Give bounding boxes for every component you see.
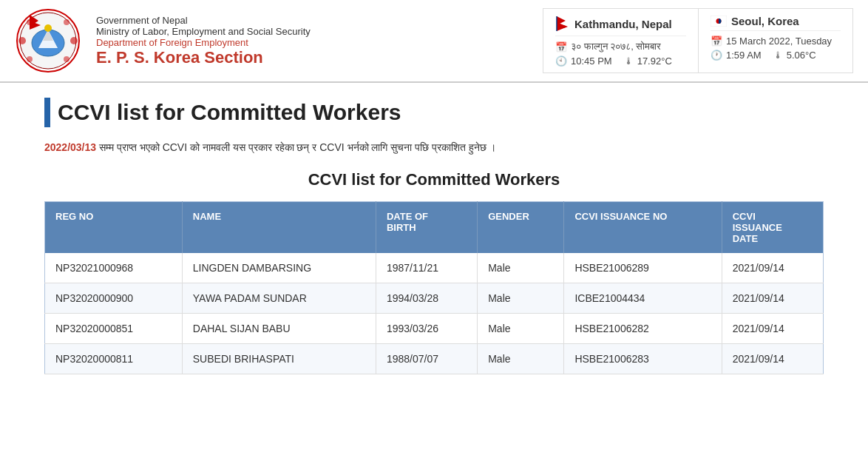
ccvi-table: REG NO NAME DATE OFBIRTH GENDER CCVI ISS… bbox=[44, 201, 824, 374]
cell-3-3: Male bbox=[478, 344, 564, 374]
subtitle-date: 2022/03/13 bbox=[44, 141, 96, 153]
svg-point-5 bbox=[44, 24, 52, 32]
weather-section: Kathmandu, Nepal 📅 ३० फाल्गुन २०७८, सोमब… bbox=[543, 8, 853, 73]
seoul-city: Seoul, Korea bbox=[711, 15, 841, 31]
cell-0-3: Male bbox=[478, 253, 564, 283]
kathmandu-date: ३० फाल्गुन २०७८, सोमबार bbox=[571, 41, 661, 53]
cell-0-4: HSBE21006289 bbox=[564, 253, 722, 283]
cell-3-2: 1988/07/07 bbox=[376, 344, 477, 374]
svg-point-13 bbox=[64, 56, 69, 62]
cell-0-0: NP32021000968 bbox=[45, 253, 183, 283]
subtitle-body: सम्म प्राप्त भएको CCVI को नामवली यस प्रक… bbox=[99, 141, 496, 153]
cell-2-4: HSBE21006282 bbox=[564, 314, 722, 344]
table-row: NP32020000851DAHAL SIJAN BABU1993/03/26M… bbox=[45, 314, 824, 344]
svg-marker-15 bbox=[557, 22, 568, 31]
cell-2-0: NP32020000851 bbox=[45, 314, 183, 344]
kathmandu-time: 10:45 PM bbox=[571, 55, 612, 67]
logo bbox=[15, 7, 81, 74]
page-title-section: CCVI list for Committed Workers bbox=[44, 98, 824, 127]
svg-point-9 bbox=[70, 37, 78, 44]
clock-icon-ktm: 🕙 bbox=[555, 55, 567, 67]
svg-point-8 bbox=[18, 37, 26, 44]
seoul-temp: 5.06°C bbox=[787, 50, 816, 61]
seoul-date: 15 March 2022, Tuesday bbox=[726, 36, 832, 47]
eps-title: E. P. S. Korea Section bbox=[96, 48, 311, 67]
weather-kathmandu: Kathmandu, Nepal 📅 ३० फाल्गुन २०७८, सोमब… bbox=[543, 8, 698, 73]
svg-point-10 bbox=[27, 19, 33, 25]
page-title: CCVI list for Committed Workers bbox=[58, 100, 401, 125]
korea-flag-icon bbox=[711, 16, 727, 27]
col-header-name: NAME bbox=[182, 202, 376, 254]
cell-3-4: HSBE21006283 bbox=[564, 344, 722, 374]
cell-1-3: Male bbox=[478, 283, 564, 314]
col-header-gender: GENDER bbox=[478, 202, 564, 254]
col-header-ccvi-no: CCVI ISSUANCE NO bbox=[564, 202, 722, 254]
cell-3-0: NP32020000811 bbox=[45, 344, 183, 374]
header: Government of Nepal Ministry of Labor, E… bbox=[0, 0, 868, 83]
weather-seoul: Seoul, Korea 📅 15 March 2022, Tuesday 🕐 … bbox=[698, 8, 853, 73]
col-header-reg-no: REG NO bbox=[45, 202, 183, 254]
cell-1-4: ICBE21004434 bbox=[564, 283, 722, 314]
cell-2-1: DAHAL SIJAN BABU bbox=[182, 314, 376, 344]
seoul-temp-item: 🌡 5.06°C bbox=[773, 50, 816, 61]
kathmandu-city: Kathmandu, Nepal bbox=[555, 15, 686, 36]
seoul-date-item: 📅 15 March 2022, Tuesday bbox=[711, 36, 832, 47]
table-row: NP32020000811SUBEDI BRIHASPATI1988/07/07… bbox=[45, 344, 824, 374]
clock-icon-seoul: 🕐 bbox=[711, 50, 722, 61]
cell-3-1: SUBEDI BRIHASPATI bbox=[182, 344, 376, 374]
cell-1-2: 1994/03/28 bbox=[376, 283, 477, 314]
govt-line1: Government of Nepal bbox=[96, 15, 311, 26]
cell-0-1: LINGDEN DAMBARSING bbox=[182, 253, 376, 283]
table-row: NP32020000900YAWA PADAM SUNDAR1994/03/28… bbox=[45, 283, 824, 314]
title-accent-bar bbox=[44, 98, 50, 127]
cell-2-5: 2021/09/14 bbox=[722, 314, 823, 344]
table-row: NP32021000968LINGDEN DAMBARSING1987/11/2… bbox=[45, 253, 824, 283]
kathmandu-details: 📅 ३० फाल्गुन २०७८, सोमबार 🕙 10:45 PM 🌡 1… bbox=[555, 41, 686, 67]
seoul-details: 📅 15 March 2022, Tuesday 🕐 1:59 AM 🌡 5.0… bbox=[711, 36, 841, 61]
calendar-icon-seoul: 📅 bbox=[711, 36, 722, 47]
cell-0-2: 1987/11/21 bbox=[376, 253, 477, 283]
cell-1-5: 2021/09/14 bbox=[722, 283, 823, 314]
main-content: CCVI list for Committed Workers 2022/03/… bbox=[0, 83, 868, 389]
col-header-ccvi-date: CCVIISSUANCEDATE bbox=[722, 202, 823, 254]
kathmandu-temp: 17.92°C bbox=[637, 55, 672, 67]
kathmandu-temp-item: 🌡 17.92°C bbox=[624, 55, 672, 67]
col-header-dob: DATE OFBIRTH bbox=[376, 202, 477, 254]
kathmandu-time-item: 🕙 10:45 PM bbox=[555, 55, 612, 67]
section-title: CCVI list for Committed Workers bbox=[44, 170, 824, 189]
calendar-icon-ktm: 📅 bbox=[555, 41, 567, 53]
dept-name: Department of Foreign Employment bbox=[96, 37, 311, 48]
cell-2-3: Male bbox=[478, 314, 564, 344]
cell-1-0: NP32020000900 bbox=[45, 283, 183, 314]
govt-info: Government of Nepal Ministry of Labor, E… bbox=[96, 15, 311, 67]
nepal-flag-icon bbox=[555, 15, 570, 33]
cell-3-5: 2021/09/14 bbox=[722, 344, 823, 374]
seoul-time: 1:59 AM bbox=[726, 50, 762, 61]
kathmandu-date-item: 📅 ३० फाल्गुन २०७८, सोमबार bbox=[555, 41, 661, 53]
cell-1-1: YAWA PADAM SUNDAR bbox=[182, 283, 376, 314]
svg-point-11 bbox=[64, 19, 69, 25]
seoul-time-item: 🕐 1:59 AM bbox=[711, 50, 762, 61]
table-header-row: REG NO NAME DATE OFBIRTH GENDER CCVI ISS… bbox=[45, 202, 824, 254]
temp-icon-ktm: 🌡 bbox=[624, 55, 634, 67]
svg-point-12 bbox=[27, 56, 33, 62]
subtitle-text: 2022/03/13 सम्म प्राप्त भएको CCVI को नाम… bbox=[44, 139, 824, 155]
cell-2-2: 1993/03/26 bbox=[376, 314, 477, 344]
temp-icon-seoul: 🌡 bbox=[773, 50, 783, 61]
govt-line2: Ministry of Labor, Employment and Social… bbox=[96, 26, 311, 37]
cell-0-5: 2021/09/14 bbox=[722, 253, 823, 283]
